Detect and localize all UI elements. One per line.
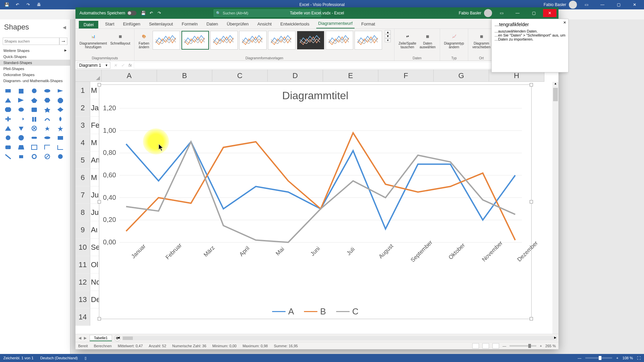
shape-template[interactable] xyxy=(30,97,39,104)
shapes-category[interactable]: Dekorative Shapes xyxy=(0,72,70,78)
visio-print-icon[interactable]: 🖶 xyxy=(35,1,43,9)
visio-zoom-slider[interactable] xyxy=(585,357,612,359)
shape-template[interactable] xyxy=(56,115,65,123)
chart-title[interactable]: Diagrammtitel xyxy=(99,85,531,105)
row-header[interactable]: 14 xyxy=(75,308,90,326)
row-header[interactable]: 2 xyxy=(75,99,90,117)
visio-undo-icon[interactable]: ↶ xyxy=(13,1,21,9)
row-header[interactable]: 9 xyxy=(75,221,90,239)
select-all-button[interactable] xyxy=(75,70,102,82)
shape-template[interactable] xyxy=(43,153,52,160)
row-header[interactable]: 5 xyxy=(75,152,90,169)
zoom-level[interactable]: 265 % xyxy=(545,344,556,348)
shapes-category[interactable]: Quick-Shapes xyxy=(0,54,70,60)
shape-template[interactable] xyxy=(30,125,39,132)
shape-template[interactable] xyxy=(3,125,13,132)
enter-formula-icon[interactable]: ✓ xyxy=(119,63,126,68)
tab-start[interactable]: Start xyxy=(103,20,116,28)
tab-datei[interactable]: Datei xyxy=(79,21,98,28)
chart-style-thumb[interactable] xyxy=(355,31,382,50)
shape-template[interactable] xyxy=(16,143,26,151)
visio-save-icon[interactable]: 💾 xyxy=(3,1,11,9)
visio-avatar[interactable] xyxy=(569,1,577,9)
name-box[interactable]: Diagramm 1 ▼ xyxy=(77,62,110,69)
tab-daten[interactable]: Daten xyxy=(204,20,220,28)
view-pagebreak-icon[interactable] xyxy=(492,343,499,349)
shape-template[interactable] xyxy=(56,153,65,160)
shape-template[interactable] xyxy=(16,134,26,141)
excel-undo-icon[interactable]: ↶ xyxy=(147,9,155,17)
tab-format[interactable]: Format xyxy=(359,20,377,28)
visio-maximize-icon[interactable]: ▢ xyxy=(612,1,625,9)
shape-template[interactable] xyxy=(3,115,13,123)
formula-input[interactable] xyxy=(134,62,551,69)
tab-diagrammentwurf[interactable]: Diagrammentwurf xyxy=(316,19,355,28)
legend-item[interactable]: A xyxy=(272,306,294,317)
chart-style-thumb[interactable] xyxy=(268,31,296,50)
chart-object[interactable]: Diagrammtitel 0,000,200,400,600,801,001,… xyxy=(99,84,532,319)
visio-ribbon-opts-icon[interactable]: ▭ xyxy=(580,1,593,9)
shape-template[interactable] xyxy=(3,143,13,151)
farben-button[interactable]: 🎨 Farbenändern xyxy=(138,30,150,50)
fx-icon[interactable]: fx xyxy=(126,63,134,68)
diagramm-verschieben-button[interactable]: ▦Diagrammverschieben xyxy=(472,30,491,50)
excel-redo-icon[interactable]: ↷ xyxy=(155,9,163,17)
sheet-tab[interactable]: Tabelle1 xyxy=(90,335,112,341)
excel-maximize-icon[interactable]: ▢ xyxy=(527,9,540,17)
visio-user[interactable]: Fabio Basler xyxy=(544,2,566,7)
visio-fit-icon[interactable]: ⛶ xyxy=(637,356,641,360)
visio-macro-icon[interactable]: ▯ xyxy=(85,356,87,360)
shape-template[interactable] xyxy=(43,106,52,113)
chart-style-thumb[interactable] xyxy=(239,31,267,50)
shape-template[interactable] xyxy=(16,97,26,104)
column-header[interactable]: G xyxy=(434,70,489,82)
excel-close-icon[interactable]: ✕ xyxy=(543,9,556,17)
tab-ansicht[interactable]: Ansicht xyxy=(255,20,274,28)
visio-zoom-level[interactable]: 108 % xyxy=(623,356,633,360)
row-header[interactable]: 7 xyxy=(75,186,90,204)
row-header[interactable]: 1 xyxy=(75,82,90,99)
vertical-scrollbar[interactable]: ▲ xyxy=(552,82,558,334)
visio-close-icon[interactable]: ✕ xyxy=(628,1,641,9)
chart-style-thumb[interactable] xyxy=(297,31,324,50)
shapes-collapse-icon[interactable]: ◀ xyxy=(63,25,66,30)
tab-seitenlayout[interactable]: Seitenlayout xyxy=(147,20,175,28)
view-normal-icon[interactable] xyxy=(472,343,479,349)
shape-template[interactable] xyxy=(43,87,52,95)
sheet-nav-prev-icon[interactable]: ▶ xyxy=(83,336,88,340)
tab-formeln[interactable]: Formeln xyxy=(180,20,200,28)
visio-minimize-icon[interactable]: — xyxy=(596,1,609,9)
chart-legend[interactable]: ABC xyxy=(272,306,358,317)
excel-minimize-icon[interactable]: — xyxy=(511,9,524,17)
shape-template[interactable] xyxy=(43,125,52,132)
visio-zoom-out-icon[interactable]: — xyxy=(578,356,581,360)
shapes-search-input[interactable] xyxy=(3,38,59,45)
shape-template[interactable] xyxy=(30,106,39,113)
shapes-category[interactable]: Diagramm- und Mathematik-Shapes xyxy=(0,78,70,84)
column-header[interactable]: D xyxy=(268,70,323,82)
row-header[interactable]: 13 xyxy=(75,291,90,308)
shape-template[interactable] xyxy=(30,115,39,123)
row-header[interactable]: 11 xyxy=(75,256,90,274)
shape-template[interactable] xyxy=(56,134,65,141)
shapes-category[interactable]: Weitere Shapes▶ xyxy=(0,48,70,54)
tab-entwickler[interactable]: Entwicklertools xyxy=(278,20,312,28)
visio-page[interactable]: Zeichenbl. 1 von 1 xyxy=(3,356,34,360)
legend-item[interactable]: B xyxy=(304,306,326,317)
shape-template[interactable] xyxy=(3,153,13,160)
style-gallery-scroll[interactable]: ▲▼▾ xyxy=(385,30,391,42)
shape-template[interactable] xyxy=(30,153,39,160)
shape-template[interactable] xyxy=(43,97,52,104)
row-header[interactable]: 4 xyxy=(75,134,90,152)
schnelllayout-button[interactable]: ▦ Schnelllayout xyxy=(110,30,131,46)
excel-save-icon[interactable]: 💾 xyxy=(139,9,147,17)
shape-template[interactable] xyxy=(43,115,52,123)
shape-template[interactable] xyxy=(30,134,39,141)
shape-template[interactable] xyxy=(56,87,65,95)
column-header[interactable]: A xyxy=(102,70,157,82)
tab-einfugen[interactable]: Einfügen xyxy=(121,20,142,28)
cancel-formula-icon[interactable]: ✕ xyxy=(112,63,119,68)
chart-plot-area[interactable]: 0,000,200,400,600,801,001,20 xyxy=(119,108,522,242)
shape-template[interactable] xyxy=(16,87,26,95)
excel-user[interactable]: Fabio Basler xyxy=(459,11,481,15)
